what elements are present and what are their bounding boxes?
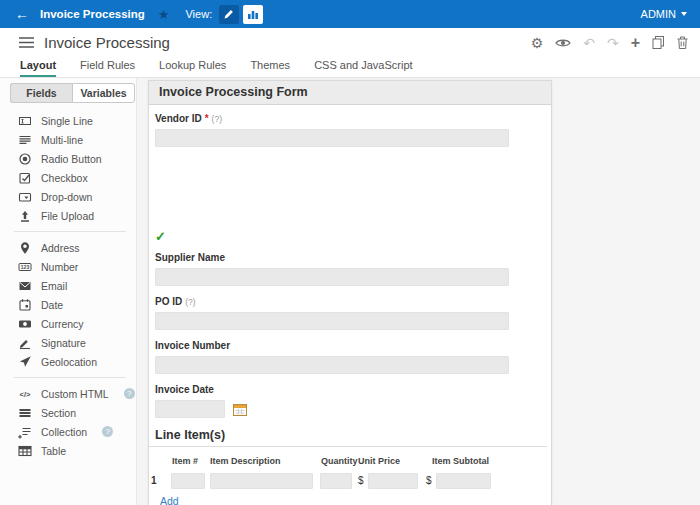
section-icon bbox=[18, 406, 32, 420]
single-line-icon bbox=[18, 114, 32, 128]
help-hint[interactable]: (?) bbox=[185, 296, 195, 308]
address-icon bbox=[18, 241, 32, 255]
unit-price-input[interactable] bbox=[368, 473, 418, 489]
field-invoice-number[interactable]: Invoice Number bbox=[155, 340, 509, 374]
sidebar-item-file-upload[interactable]: File Upload bbox=[18, 206, 136, 225]
quantity-input[interactable] bbox=[320, 473, 352, 489]
collection-icon bbox=[18, 425, 32, 439]
po-id-input[interactable] bbox=[155, 312, 509, 330]
label-text: Invoice Date bbox=[155, 384, 214, 396]
item-label: Number bbox=[41, 261, 78, 273]
undo-icon[interactable]: ↶ bbox=[583, 36, 595, 50]
invoice-number-input[interactable] bbox=[155, 356, 509, 374]
col-item-number: Item # bbox=[172, 456, 198, 466]
tab-lookup-rules[interactable]: Lookup Rules bbox=[159, 57, 226, 77]
form-body: Vendor ID * (?) ✓ Supplier Name PO ID (?… bbox=[149, 105, 551, 505]
field-type-list: Single Line Multi-line Radio Button Chec… bbox=[18, 111, 136, 460]
help-icon[interactable]: ? bbox=[124, 388, 135, 399]
item-label: Single Line bbox=[41, 115, 93, 127]
table-icon bbox=[18, 444, 32, 458]
line-items-heading: Line Item(s) bbox=[149, 428, 547, 447]
field-label: Invoice Date bbox=[155, 384, 509, 396]
sidebar-item-radio-button[interactable]: Radio Button bbox=[18, 149, 136, 168]
tab-field-rules[interactable]: Field Rules bbox=[80, 57, 135, 77]
copy-icon[interactable] bbox=[652, 36, 665, 49]
sidebar-item-drop-down[interactable]: Drop-down bbox=[18, 187, 136, 206]
field-vendor-id[interactable]: Vendor ID * (?) bbox=[155, 113, 509, 147]
fields-sidebar: Fields Variables Single Line Multi-line … bbox=[0, 78, 137, 505]
sidebar-item-email[interactable]: Email bbox=[18, 276, 136, 295]
signature-icon bbox=[18, 336, 32, 350]
geolocation-icon bbox=[18, 355, 32, 369]
sidebar-item-number[interactable]: 123 Number bbox=[18, 257, 136, 276]
invoice-date-input[interactable] bbox=[155, 400, 225, 418]
app-header: Invoice Processing ⚙ ↶ ↷ + bbox=[0, 28, 700, 57]
back-icon[interactable]: ← bbox=[15, 7, 29, 21]
form-title: Invoice Processing Form bbox=[149, 81, 551, 105]
sidebar-item-single-line[interactable]: Single Line bbox=[18, 111, 136, 130]
file-upload-icon bbox=[18, 209, 32, 223]
sidebar-item-table[interactable]: Table bbox=[18, 441, 136, 460]
number-icon: 123 bbox=[18, 260, 32, 274]
settings-gear-icon[interactable]: ⚙ bbox=[531, 36, 544, 50]
sidebar-item-multi-line[interactable]: Multi-line bbox=[18, 130, 136, 149]
caret-down-icon bbox=[681, 12, 687, 16]
tab-fields[interactable]: Fields bbox=[10, 83, 72, 103]
vendor-id-input[interactable] bbox=[155, 129, 509, 147]
help-hint[interactable]: (?) bbox=[212, 113, 222, 125]
item-description-input[interactable] bbox=[210, 473, 313, 489]
item-label: Radio Button bbox=[41, 153, 102, 165]
toolbar: ⚙ ↶ ↷ + bbox=[531, 36, 688, 50]
sidebar-item-section[interactable]: Section bbox=[18, 403, 136, 422]
field-label: Supplier Name bbox=[155, 252, 509, 264]
col-item-description: Item Description bbox=[210, 456, 281, 466]
sidebar-tabs: Fields Variables bbox=[10, 83, 135, 103]
line-items-section: Line Item(s) Item # Item Description Qua… bbox=[149, 428, 547, 505]
sidebar-item-date[interactable]: Date bbox=[18, 295, 136, 314]
radio-button-icon bbox=[18, 152, 32, 166]
currency-icon bbox=[18, 317, 32, 331]
add-icon[interactable]: + bbox=[631, 36, 640, 50]
preview-eye-icon[interactable] bbox=[555, 38, 571, 48]
help-icon[interactable]: ? bbox=[102, 426, 113, 437]
supplier-name-input[interactable] bbox=[155, 268, 509, 286]
admin-menu[interactable]: ADMIN bbox=[641, 8, 687, 20]
item-label: Checkbox bbox=[41, 172, 88, 184]
tab-themes[interactable]: Themes bbox=[250, 57, 290, 77]
item-label: Section bbox=[41, 407, 76, 419]
add-line-item-link[interactable]: Add bbox=[160, 495, 179, 505]
item-number-input[interactable] bbox=[171, 473, 205, 489]
field-invoice-date[interactable]: Invoice Date bbox=[155, 384, 509, 418]
sidebar-item-address[interactable]: Address bbox=[18, 238, 136, 257]
tab-layout[interactable]: Layout bbox=[20, 57, 56, 77]
menu-icon[interactable] bbox=[19, 37, 34, 48]
item-label: Email bbox=[41, 280, 67, 292]
field-supplier-name[interactable]: Supplier Name bbox=[155, 252, 509, 286]
calendar-picker-icon[interactable] bbox=[233, 403, 247, 416]
edit-view-button[interactable] bbox=[219, 5, 239, 24]
form-canvas: Invoice Processing Form Vendor ID * (?) … bbox=[148, 80, 552, 505]
favorite-star-icon[interactable]: ★ bbox=[158, 7, 170, 22]
custom-html-icon: </> bbox=[18, 387, 32, 401]
report-view-button[interactable] bbox=[243, 5, 263, 24]
label-text: PO ID bbox=[155, 296, 182, 308]
sidebar-item-currency[interactable]: Currency bbox=[18, 314, 136, 333]
item-label: Date bbox=[41, 299, 63, 311]
checkbox-icon bbox=[18, 171, 32, 185]
sidebar-item-checkbox[interactable]: Checkbox bbox=[18, 168, 136, 187]
delete-trash-icon[interactable] bbox=[677, 36, 688, 49]
field-po-id[interactable]: PO ID (?) bbox=[155, 296, 509, 330]
nav-tabs: Layout Field Rules Lookup Rules Themes C… bbox=[0, 57, 700, 78]
sidebar-item-signature[interactable]: Signature bbox=[18, 333, 136, 352]
item-subtotal-input[interactable] bbox=[436, 473, 491, 489]
tab-variables[interactable]: Variables bbox=[72, 83, 135, 103]
label-text: Supplier Name bbox=[155, 252, 225, 264]
sidebar-item-custom-html[interactable]: </> Custom HTML ? bbox=[18, 384, 136, 403]
sidebar-item-collection[interactable]: Collection ? bbox=[18, 422, 136, 441]
bar-chart-icon bbox=[247, 8, 259, 20]
item-label: Currency bbox=[41, 318, 84, 330]
sidebar-item-geolocation[interactable]: Geolocation bbox=[18, 352, 136, 371]
item-label: Signature bbox=[41, 337, 86, 349]
redo-icon[interactable]: ↷ bbox=[607, 36, 619, 50]
tab-css-javascript[interactable]: CSS and JavaScript bbox=[314, 57, 412, 77]
